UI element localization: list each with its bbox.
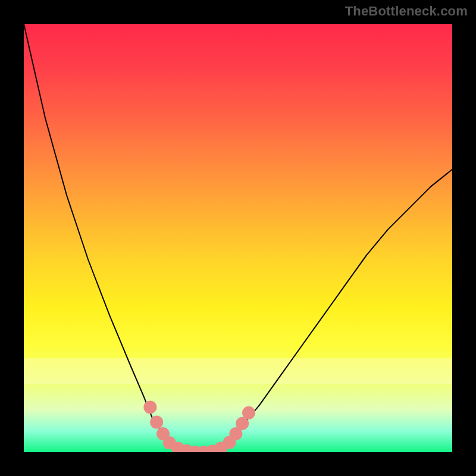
chart-stage: TheBottleneck.com	[0, 0, 476, 476]
marker-dot	[150, 416, 163, 429]
watermark-label: TheBottleneck.com	[345, 4, 468, 19]
curve-layer	[24, 24, 452, 452]
marker-dots	[143, 400, 255, 452]
bottleneck-curve	[24, 24, 452, 452]
marker-dot	[143, 400, 156, 414]
marker-dot	[242, 406, 255, 419]
plot-area	[24, 24, 452, 452]
